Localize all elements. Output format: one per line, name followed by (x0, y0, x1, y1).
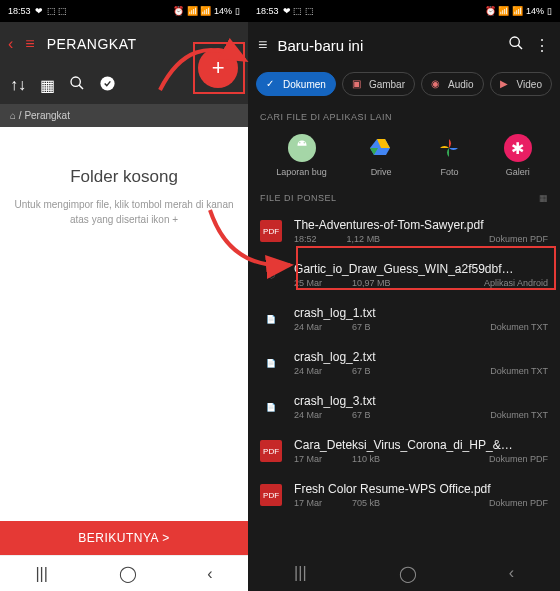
home-icon[interactable]: ◯ (399, 564, 417, 583)
video-icon: ▶ (500, 78, 512, 90)
breadcrumb[interactable]: ⌂ / Perangkat (0, 104, 248, 127)
sort-icon[interactable]: ↑↓ (10, 76, 26, 94)
file-row[interactable]: PDFFresh Color Resume-WPS Office.pdf17 M… (248, 473, 560, 517)
status-bar: 18:53 ❤ ⬚ ⬚ ⏰ 📶 📶 14% ▯ (0, 0, 248, 22)
file-list: PDFThe-Adventures-of-Tom-Sawyer.pdf18:52… (248, 209, 560, 555)
left-header: ‹ ≡ PERANGKAT ↑↓ ▦ + (0, 22, 248, 104)
nav-bar-right: ||| ◯ ‹ (248, 555, 560, 591)
empty-title: Folder kosong (70, 167, 178, 187)
apps-row: Laporan bugDriveFoto✱Galeri (248, 128, 560, 187)
drive-icon (367, 134, 395, 162)
add-button[interactable]: + (198, 48, 238, 88)
menu-icon[interactable]: ≡ (258, 36, 267, 54)
section-other-apps: CARI FILE DI APLIKASI LAIN (248, 106, 560, 128)
search-icon[interactable] (69, 75, 85, 95)
app-gallery[interactable]: ✱Galeri (504, 134, 532, 177)
file-row[interactable]: 📄crash_log_1.txt24 Mar67 BDokumen TXT (248, 297, 560, 341)
app-drive[interactable]: Drive (367, 134, 395, 177)
file-row[interactable]: PDFCara_Deteksi_Virus_Corona_di_HP_&…17 … (248, 429, 560, 473)
status-bar: 18:53 ❤ ⬚ ⬚ ⏰ 📶 📶 14% ▯ (248, 0, 560, 22)
next-button[interactable]: BERIKUTNYA > (0, 521, 248, 555)
check-icon: ✓ (266, 78, 278, 90)
file-row[interactable]: ⬡Gartic_io_Draw_Guess_WIN_a2f59dbf…25 Ma… (248, 253, 560, 297)
svg-point-0 (71, 77, 80, 86)
header-title: Baru-baru ini (277, 37, 498, 54)
file-row[interactable]: PDFThe-Adventures-of-Tom-Sawyer.pdf18:52… (248, 209, 560, 253)
chip-dokumen[interactable]: ✓Dokumen (256, 72, 336, 96)
chip-audio[interactable]: ◉Audio (421, 72, 484, 96)
header-title: PERANGKAT (47, 36, 137, 52)
right-header: ≡ Baru-baru ini ⋮ (248, 22, 560, 68)
svg-point-4 (303, 142, 305, 144)
chip-gambar[interactable]: ▣Gambar (342, 72, 415, 96)
search-icon[interactable] (508, 35, 524, 55)
svg-point-1 (100, 76, 114, 90)
grid-icon[interactable]: ▦ (40, 76, 55, 95)
section-phone-files: FILE DI PONSEL ▦ (248, 187, 560, 209)
status-time: 18:53 (8, 6, 31, 16)
menu-icon[interactable]: ≡ (25, 35, 34, 53)
home-icon[interactable]: ◯ (119, 564, 137, 583)
back-icon[interactable]: ‹ (8, 35, 13, 53)
app-android[interactable]: Laporan bug (276, 134, 327, 177)
empty-state: Folder kosong Untuk mengimpor file, klik… (0, 127, 248, 521)
file-row[interactable]: 📄crash_log_3.txt24 Mar67 BDokumen TXT (248, 385, 560, 429)
left-pane: 18:53 ❤ ⬚ ⬚ ⏰ 📶 📶 14% ▯ ‹ ≡ PERANGKAT ↑↓… (0, 0, 248, 591)
file-row[interactable]: 📄crash_log_2.txt24 Mar67 BDokumen TXT (248, 341, 560, 385)
back-nav-icon[interactable]: ‹ (207, 565, 212, 583)
nav-bar-left: ||| ◯ ‹ (0, 555, 248, 591)
chip-video[interactable]: ▶Video (490, 72, 552, 96)
empty-subtitle: Untuk mengimpor file, klik tombol merah … (9, 197, 239, 227)
image-icon: ▣ (352, 78, 364, 90)
back-nav-icon[interactable]: ‹ (509, 564, 514, 582)
app-photos[interactable]: Foto (435, 134, 463, 177)
overflow-icon[interactable]: ⋮ (534, 36, 550, 55)
android-icon (288, 134, 316, 162)
recents-icon[interactable]: ||| (35, 565, 47, 583)
right-pane: 18:53 ❤ ⬚ ⬚ ⏰ 📶 📶 14% ▯ ≡ Baru-baru ini … (248, 0, 560, 591)
grid-toggle-icon[interactable]: ▦ (539, 193, 549, 203)
recents-icon[interactable]: ||| (294, 564, 306, 582)
heart-icon: ❤ (35, 6, 43, 16)
svg-point-3 (299, 142, 301, 144)
status-battery: 14% (214, 6, 232, 16)
select-all-icon[interactable] (99, 75, 116, 96)
filter-chips: ✓Dokumen▣Gambar◉Audio▶Video (248, 68, 560, 106)
audio-icon: ◉ (431, 78, 443, 90)
photos-icon (435, 134, 463, 162)
gallery-icon: ✱ (504, 134, 532, 162)
svg-point-2 (510, 37, 519, 46)
